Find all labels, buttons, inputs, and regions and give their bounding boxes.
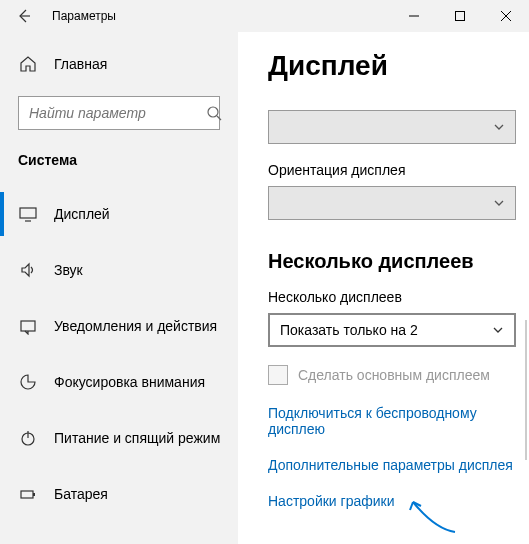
multi-display-heading: Несколько дисплеев (268, 250, 529, 273)
chevron-down-icon (493, 121, 505, 133)
nav-home-label: Главная (54, 56, 107, 72)
nav-display[interactable]: Дисплей (0, 186, 238, 242)
focus-icon (18, 372, 38, 392)
arrow-left-icon (16, 8, 32, 24)
search-input-box[interactable] (18, 96, 220, 130)
storage-icon (18, 540, 38, 544)
nav-notifications[interactable]: Уведомления и действия (0, 298, 238, 354)
multi-display-dropdown[interactable]: Показать только на 2 (268, 313, 516, 347)
scrollbar[interactable] (525, 320, 527, 460)
svg-line-5 (217, 116, 221, 120)
search-input[interactable] (29, 105, 206, 121)
titlebar: Параметры (0, 0, 529, 32)
nav-power[interactable]: Питание и спящий режим (0, 410, 238, 466)
sidebar: Главная Система Дисплей Звук Уведомлен (0, 32, 238, 544)
svg-point-4 (208, 107, 218, 117)
advanced-display-link[interactable]: Дополнительные параметры дисплея (268, 457, 529, 473)
sidebar-category: Система (0, 138, 238, 186)
window-controls (391, 0, 529, 32)
svg-rect-6 (20, 208, 36, 218)
nav-sound[interactable]: Звук (0, 242, 238, 298)
svg-rect-1 (456, 12, 465, 21)
primary-display-label: Сделать основным дисплеем (298, 367, 490, 383)
power-icon (18, 428, 38, 448)
orientation-label: Ориентация дисплея (268, 162, 529, 178)
minimize-icon (409, 11, 419, 21)
nav-item-label: Фокусировка внимания (54, 374, 205, 390)
chevron-down-icon (492, 324, 504, 336)
nav-storage[interactable]: Память (0, 522, 238, 544)
nav-battery[interactable]: Батарея (0, 466, 238, 522)
nav-focus[interactable]: Фокусировка внимания (0, 354, 238, 410)
primary-display-row: Сделать основным дисплеем (268, 365, 529, 385)
maximize-button[interactable] (437, 0, 483, 32)
back-button[interactable] (0, 0, 48, 32)
main-content: Дисплей Ориентация дисплея Несколько дис… (238, 32, 529, 544)
multi-display-label: Несколько дисплеев (268, 289, 529, 305)
nav-item-label: Звук (54, 262, 83, 278)
minimize-button[interactable] (391, 0, 437, 32)
maximize-icon (455, 11, 465, 21)
nav-home[interactable]: Главная (0, 44, 238, 84)
nav-item-label: Уведомления и действия (54, 318, 217, 334)
home-icon (18, 54, 38, 74)
close-button[interactable] (483, 0, 529, 32)
multi-display-selected: Показать только на 2 (280, 322, 418, 338)
nav-item-label: Батарея (54, 486, 108, 502)
svg-rect-8 (21, 321, 35, 331)
notifications-icon (18, 316, 38, 336)
window-title: Параметры (48, 9, 391, 23)
close-icon (501, 11, 511, 21)
display-icon (18, 204, 38, 224)
primary-display-checkbox[interactable] (268, 365, 288, 385)
nav-item-label: Питание и спящий режим (54, 430, 220, 446)
wireless-display-link[interactable]: Подключиться к беспроводному дисплею (268, 405, 529, 437)
svg-rect-12 (33, 493, 35, 496)
resolution-dropdown[interactable] (268, 110, 516, 144)
chevron-down-icon (493, 197, 505, 209)
graphics-settings-link[interactable]: Настройки графики (268, 493, 529, 509)
sound-icon (18, 260, 38, 280)
orientation-dropdown[interactable] (268, 186, 516, 220)
nav-item-label: Дисплей (54, 206, 110, 222)
svg-rect-11 (21, 491, 33, 498)
page-title: Дисплей (268, 50, 529, 82)
battery-icon (18, 484, 38, 504)
search-icon (206, 105, 222, 121)
